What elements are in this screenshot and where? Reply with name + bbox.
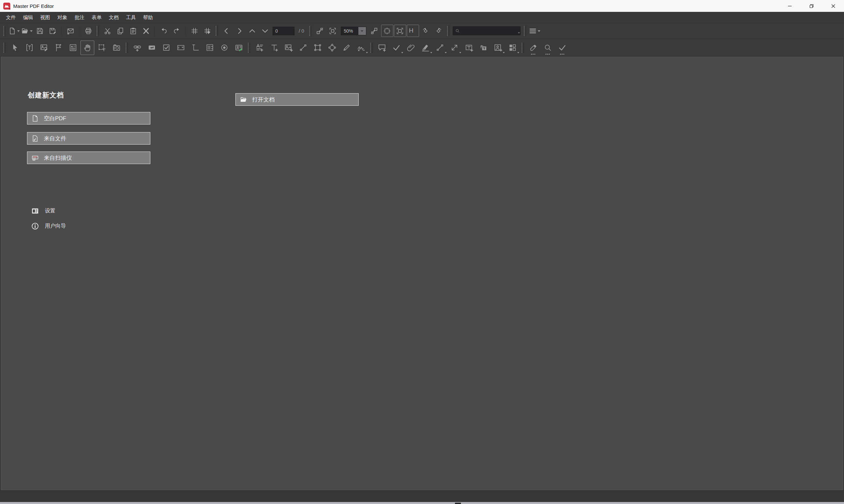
user-guide-link[interactable]: 用户向导	[31, 222, 66, 230]
fit-width-button[interactable]	[394, 25, 406, 37]
zoom-out-region-button[interactable]	[314, 25, 326, 37]
edit-document-tool-button[interactable]	[66, 40, 80, 55]
next-page-button[interactable]	[233, 25, 245, 37]
search-input[interactable]	[460, 28, 518, 34]
checkbox-tool-button[interactable]	[159, 40, 173, 55]
eraser-tool-button[interactable]	[526, 40, 540, 55]
from-file-button[interactable]: 来自文件	[27, 132, 150, 145]
validate-tool-button[interactable]	[555, 40, 569, 55]
select-text-tool-button[interactable]	[95, 40, 109, 55]
menu-edit[interactable]: 编辑	[19, 12, 37, 23]
previous-view-button[interactable]	[246, 25, 258, 37]
fit-height-button[interactable]: H	[407, 25, 419, 37]
sticky-note-tool-button[interactable]	[375, 40, 389, 55]
menu-form[interactable]: 表单	[88, 12, 105, 23]
menu-file[interactable]: 文件	[2, 12, 19, 23]
image-annotation-tool-button[interactable]	[491, 40, 505, 55]
snapshot-tool-button[interactable]	[109, 40, 123, 55]
add-image-tool-button[interactable]	[281, 40, 295, 55]
line-annotation-tool-button[interactable]	[433, 40, 447, 55]
push-button-tool-button[interactable]	[145, 40, 159, 55]
toolbar-drag-handle[interactable]	[126, 43, 128, 53]
minimize-button[interactable]	[779, 0, 800, 12]
toolbar-drag-handle[interactable]	[3, 26, 5, 36]
select-tool-button[interactable]	[8, 40, 22, 55]
cut-button[interactable]	[101, 25, 114, 37]
list-box-tool-button[interactable]	[203, 40, 217, 55]
show-grid-button[interactable]	[188, 25, 201, 37]
save-button[interactable]	[34, 25, 46, 37]
page-number-input[interactable]	[273, 27, 294, 35]
snap-to-grid-button[interactable]	[201, 25, 213, 37]
close-button[interactable]	[822, 0, 844, 12]
new-document-button[interactable]	[8, 25, 20, 37]
signature-field-tool-button[interactable]	[232, 40, 246, 55]
text-field-tool-button[interactable]	[188, 40, 202, 55]
undo-button[interactable]	[158, 25, 170, 37]
rectangle-tool-button[interactable]	[311, 40, 324, 55]
edit-image-tool-button[interactable]	[37, 40, 51, 55]
zoom-dropdown-button[interactable]	[358, 27, 366, 35]
attach-file-tool-button[interactable]	[404, 40, 418, 55]
menu-document[interactable]: 文档	[105, 12, 122, 23]
delete-button[interactable]	[140, 25, 152, 37]
edit-text-tool-button[interactable]	[22, 40, 36, 55]
zoom-tool-button[interactable]	[541, 40, 554, 55]
signature-tool-button[interactable]	[354, 40, 368, 55]
menu-tools[interactable]: 工具	[122, 12, 139, 23]
save-as-button[interactable]	[47, 25, 59, 37]
settings-link[interactable]: 设置	[31, 207, 55, 215]
highlight-tool-button[interactable]	[418, 40, 432, 55]
toolbar-drag-handle[interactable]	[3, 43, 5, 53]
radio-button-tool-button[interactable]	[217, 40, 231, 55]
next-view-button[interactable]	[259, 25, 271, 37]
copy-button[interactable]	[114, 25, 126, 37]
menu-view[interactable]: 视图	[37, 12, 54, 23]
toolbar-drag-handle[interactable]	[524, 26, 526, 36]
edit-forms-tool-button[interactable]	[51, 40, 65, 55]
from-scanner-button[interactable]: 来自扫描仪	[27, 151, 150, 164]
rotate-view-cw-button[interactable]	[433, 25, 445, 37]
ellipse-tool-button[interactable]	[325, 40, 339, 55]
fit-selection-button[interactable]	[327, 25, 339, 37]
toolbar-drag-handle[interactable]	[370, 43, 373, 53]
open-document-button[interactable]	[21, 25, 33, 37]
fit-page-button[interactable]	[381, 25, 393, 37]
zoom-level-combo[interactable]: 50%	[341, 27, 366, 35]
open-document-welcome-button[interactable]: 打开文档	[236, 93, 359, 106]
add-text-box-tool-button[interactable]	[267, 40, 281, 55]
previous-page-button[interactable]	[220, 25, 232, 37]
add-text-tool-button[interactable]	[253, 40, 266, 55]
menu-object[interactable]: 对象	[54, 12, 71, 23]
text-box-tool-button[interactable]	[462, 40, 476, 55]
pencil-tool-button[interactable]	[340, 40, 354, 55]
rotated-text-tool-button[interactable]	[477, 40, 490, 55]
toolbars-menu-button[interactable]	[529, 25, 541, 37]
toolbar-drag-handle[interactable]	[521, 43, 524, 53]
redo-button[interactable]	[170, 25, 183, 37]
link-tool-button[interactable]	[130, 40, 144, 55]
toolbar-drag-handle[interactable]	[97, 26, 99, 36]
add-text-icon	[255, 43, 264, 52]
toolbar-drag-handle[interactable]	[248, 43, 250, 53]
paste-button[interactable]	[127, 25, 139, 37]
search-box[interactable]	[453, 26, 521, 35]
add-image-icon	[284, 43, 293, 52]
line-tool-button[interactable]	[296, 40, 310, 55]
toolbar-drag-handle[interactable]	[309, 26, 312, 36]
restore-button[interactable]	[800, 0, 822, 12]
page-tiles-tool-button[interactable]	[505, 40, 519, 55]
check-annotation-tool-button[interactable]	[389, 40, 403, 55]
arrow-annotation-tool-button[interactable]	[447, 40, 461, 55]
menu-help[interactable]: 帮助	[139, 12, 157, 23]
zoom-in-region-button[interactable]	[368, 25, 380, 37]
combo-box-tool-button[interactable]	[174, 40, 188, 55]
hand-tool-button[interactable]	[81, 40, 94, 55]
blank-pdf-button[interactable]: 空白PDF	[27, 112, 150, 125]
send-by-email-button[interactable]	[64, 25, 76, 37]
print-button[interactable]	[82, 25, 94, 37]
menu-annotation[interactable]: 批注	[71, 12, 88, 23]
toolbar-drag-handle[interactable]	[216, 26, 218, 36]
rotate-view-ccw-button[interactable]	[420, 25, 432, 37]
toolbar-drag-handle[interactable]	[447, 26, 449, 36]
